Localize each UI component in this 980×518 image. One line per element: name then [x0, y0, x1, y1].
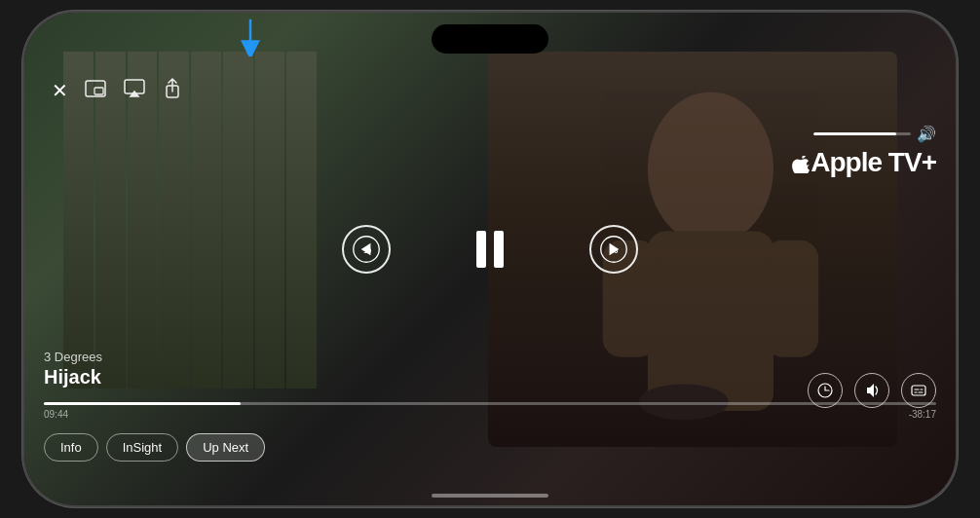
volume-track — [813, 132, 911, 135]
volume-fill — [813, 132, 896, 135]
svg-rect-7 — [94, 88, 103, 94]
home-indicator — [432, 494, 548, 498]
pause-button[interactable] — [469, 225, 511, 274]
progress-times: 09:44 -38:17 — [44, 409, 936, 420]
rewind-button[interactable]: 10 — [342, 225, 391, 274]
phone-frame: ✕ — [22, 11, 958, 507]
miniplayer-button[interactable] — [85, 80, 106, 102]
tab-info[interactable]: Info — [44, 433, 98, 462]
airplay-button[interactable] — [124, 79, 145, 103]
bottom-tabs: Info InSight Up Next — [44, 433, 265, 462]
pause-bar-right — [494, 231, 504, 268]
appletv-logo: 🔊 Apple TV+ — [792, 125, 936, 178]
top-bar: ✕ — [24, 66, 956, 115]
show-name: 3 Degrees — [44, 350, 102, 364]
top-icons-group — [85, 78, 182, 104]
title-area: 3 Degrees Hijack — [44, 350, 102, 388]
tab-insight[interactable]: InSight — [106, 433, 178, 462]
close-button[interactable]: ✕ — [44, 75, 75, 106]
pause-bar-left — [476, 231, 486, 268]
appletv-brand-text: Apple TV+ — [792, 147, 936, 178]
forward-button[interactable]: 10 — [589, 225, 638, 274]
tab-up-next[interactable]: Up Next — [186, 433, 265, 462]
progress-area[interactable]: 09:44 -38:17 — [44, 402, 936, 420]
volume-icon: 🔊 — [917, 125, 936, 143]
share-button[interactable] — [163, 78, 182, 104]
power-button — [956, 139, 958, 198]
time-remaining: -38:17 — [909, 409, 936, 420]
time-elapsed: 09:44 — [44, 409, 68, 420]
dynamic-island — [432, 24, 548, 54]
svg-text:10: 10 — [363, 247, 371, 254]
svg-rect-15 — [912, 386, 925, 395]
progress-track[interactable] — [44, 402, 936, 405]
progress-fill — [44, 402, 241, 405]
episode-title: Hijack — [44, 366, 102, 388]
svg-text:10: 10 — [610, 247, 618, 254]
volume-bar: 🔊 — [813, 125, 936, 143]
controls-overlay: ✕ — [24, 13, 956, 505]
center-controls: 10 10 — [342, 225, 638, 274]
arrow-indicator — [239, 18, 262, 56]
